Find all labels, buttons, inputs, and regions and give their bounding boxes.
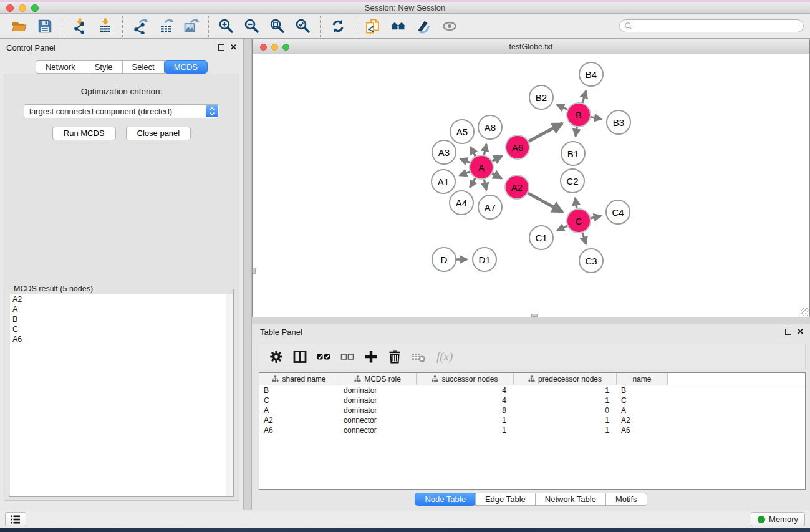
- table-cell: A6: [617, 425, 668, 435]
- window-titlebar[interactable]: Session: New Session: [0, 2, 810, 14]
- add-entry-icon[interactable]: [359, 346, 383, 368]
- column-header-shared-name[interactable]: shared name: [259, 373, 339, 385]
- open-file-icon[interactable]: [6, 16, 32, 37]
- graph-node-C[interactable]: C: [566, 208, 591, 233]
- canvas-hscroll-thumb[interactable]: [531, 314, 538, 317]
- close-panel-icon[interactable]: ✕: [230, 44, 237, 51]
- zoom-fit-icon[interactable]: [264, 16, 290, 37]
- toggle-graphics-details-icon[interactable]: [411, 16, 436, 37]
- column-view-icon[interactable]: [288, 346, 312, 368]
- table-settings-gear-icon[interactable]: [264, 346, 288, 368]
- graph-node-B4[interactable]: B4: [579, 62, 604, 87]
- window-title: Session: New Session: [365, 3, 445, 12]
- export-table-icon[interactable]: [153, 16, 178, 37]
- result-list-item[interactable]: A2: [10, 294, 233, 304]
- graph-node-A[interactable]: A: [469, 155, 494, 180]
- table-row[interactable]: Bdominator41B: [259, 385, 805, 395]
- search-input[interactable]: [619, 19, 804, 32]
- unselect-all-icon[interactable]: [335, 346, 359, 368]
- canvas-vscroll-thumb[interactable]: [253, 268, 256, 274]
- graph-node-C4[interactable]: C4: [605, 200, 630, 225]
- workspace-column: testGlobe.txt B4B2BB3A8A5A6A3B1AA1C2A2A4…: [252, 39, 810, 510]
- graph-node-B[interactable]: B: [566, 102, 591, 127]
- close-table-panel-icon[interactable]: ✕: [797, 329, 804, 335]
- graph-node-A8[interactable]: A8: [478, 115, 503, 140]
- graph-node-A1[interactable]: A1: [431, 169, 456, 194]
- table-cell: connector: [339, 415, 417, 425]
- graph-node-B1[interactable]: B1: [561, 141, 586, 166]
- tab-style[interactable]: Style: [85, 60, 123, 74]
- export-image-icon[interactable]: [178, 16, 204, 37]
- network-close-button[interactable]: [260, 44, 267, 51]
- zoom-window-button[interactable]: [31, 4, 39, 12]
- show-hide-eye-icon[interactable]: [436, 16, 462, 37]
- tab-select[interactable]: Select: [122, 60, 165, 74]
- graph-node-B3[interactable]: B3: [606, 110, 631, 135]
- graph-node-A6[interactable]: A6: [505, 135, 530, 160]
- float-panel-icon[interactable]: [218, 44, 224, 51]
- import-table-icon[interactable]: [92, 16, 118, 37]
- network-window-titlebar[interactable]: testGlobe.txt: [253, 39, 809, 54]
- result-list-item[interactable]: C: [10, 324, 233, 334]
- column-header-successor-nodes[interactable]: successor nodes: [417, 373, 514, 385]
- graph-node-D[interactable]: D: [432, 247, 456, 272]
- graph-node-A5[interactable]: A5: [450, 119, 475, 144]
- zoom-in-icon[interactable]: [213, 16, 239, 37]
- column-header-name[interactable]: name: [617, 373, 668, 385]
- table-row[interactable]: A2connector11A2: [259, 415, 805, 425]
- close-panel-button[interactable]: Close panel: [126, 127, 191, 140]
- optimization-criterion-select[interactable]: largest connected component (directed): [24, 104, 219, 118]
- graph-node-C2[interactable]: C2: [560, 168, 585, 193]
- import-network-icon[interactable]: [67, 16, 92, 37]
- graph-node-D1[interactable]: D1: [472, 247, 497, 272]
- result-list-item[interactable]: A6: [10, 334, 233, 344]
- memory-button[interactable]: Memory: [751, 512, 805, 526]
- result-list-item[interactable]: A: [10, 304, 233, 314]
- app-window: { "window": { "title": "Session: New Ses…: [0, 0, 810, 532]
- result-scrollbar[interactable]: [226, 294, 233, 496]
- run-mcds-button[interactable]: Run MCDS: [52, 127, 116, 140]
- graph-node-C1[interactable]: C1: [529, 225, 554, 250]
- delete-entry-icon[interactable]: [383, 346, 407, 368]
- refresh-layout-icon[interactable]: [325, 16, 350, 37]
- resize-grip-icon[interactable]: [801, 308, 809, 316]
- table-row[interactable]: Cdominator41C: [259, 395, 805, 405]
- tab-motifs[interactable]: Motifs: [605, 493, 647, 506]
- graph-node-A7[interactable]: A7: [478, 195, 503, 220]
- table-panel-title: Table Panel: [260, 327, 302, 337]
- table-cell: 0: [514, 405, 617, 415]
- network-canvas[interactable]: B4B2BB3A8A5A6A3B1AA1C2A2A4A7C4CC1DD1C3: [253, 54, 809, 317]
- zoom-out-icon[interactable]: [239, 16, 264, 37]
- graph-node-B2[interactable]: B2: [529, 85, 554, 110]
- zoom-selected-icon[interactable]: [290, 16, 316, 37]
- result-list-item[interactable]: B: [10, 314, 233, 324]
- panel-divider[interactable]: [243, 39, 252, 510]
- tab-edge-table[interactable]: Edge Table: [475, 493, 536, 506]
- network-minimize-button[interactable]: [271, 44, 278, 51]
- export-network-icon[interactable]: [127, 16, 153, 37]
- graph-node-C3[interactable]: C3: [579, 248, 604, 273]
- column-header-MCDS-role[interactable]: MCDS role: [339, 373, 417, 385]
- tab-mcds[interactable]: MCDS: [164, 60, 208, 74]
- table-cell: A: [259, 405, 339, 415]
- minimize-window-button[interactable]: [19, 4, 26, 12]
- table-row[interactable]: Adominator80A: [259, 405, 805, 415]
- graph-node-A4[interactable]: A4: [449, 190, 474, 215]
- task-history-button[interactable]: [5, 512, 26, 526]
- save-session-icon[interactable]: [32, 16, 57, 37]
- float-table-panel-icon[interactable]: [785, 329, 791, 335]
- mcds-result-list: A2ABCA6: [10, 294, 233, 496]
- graph-node-A2[interactable]: A2: [504, 175, 529, 200]
- select-all-icon[interactable]: [312, 346, 335, 368]
- network-zoom-button[interactable]: [282, 44, 289, 51]
- tab-network-table[interactable]: Network Table: [535, 493, 606, 506]
- home-view-icon[interactable]: [385, 16, 411, 37]
- tab-network[interactable]: Network: [36, 60, 85, 74]
- graph-node-A3[interactable]: A3: [432, 140, 456, 165]
- toolbar-separator: [208, 16, 209, 37]
- column-header-predecessor-nodes[interactable]: predecessor nodes: [514, 373, 617, 385]
- copy-network-icon[interactable]: [360, 16, 385, 37]
- table-row[interactable]: A6connector11A6: [259, 425, 805, 435]
- tab-node-table[interactable]: Node Table: [415, 493, 476, 506]
- close-window-button[interactable]: [6, 4, 14, 12]
